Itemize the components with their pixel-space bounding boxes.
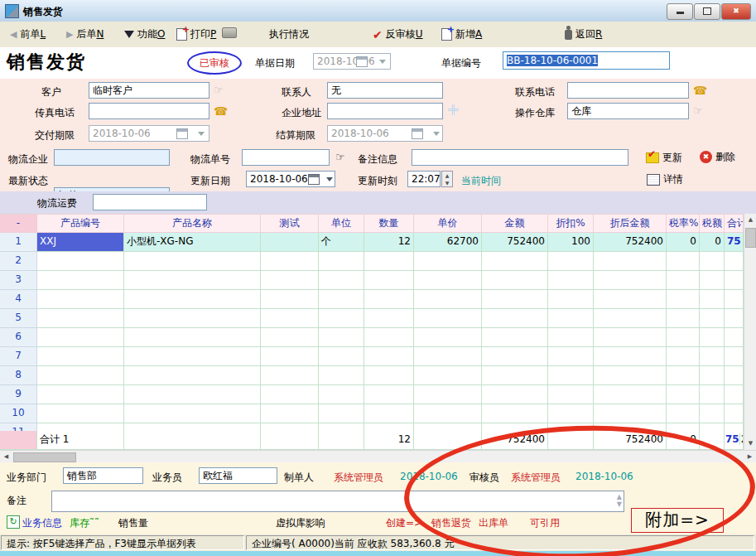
table-cell[interactable] xyxy=(319,347,364,366)
cell-tax[interactable]: 0 xyxy=(700,233,725,252)
prev-doc-button[interactable]: ◀ 前单L xyxy=(10,27,46,41)
table-cell[interactable] xyxy=(37,290,124,309)
row-number[interactable]: 1 xyxy=(0,233,37,252)
table-cell[interactable] xyxy=(37,271,124,290)
row-number[interactable]: 5 xyxy=(0,309,37,328)
update-time-field[interactable]: 22:07 xyxy=(407,171,441,187)
virtual-stock-link[interactable]: 虚拟库影响 xyxy=(276,516,325,530)
salesman-field[interactable]: 欧红福 xyxy=(199,467,277,484)
table-cell[interactable] xyxy=(594,404,667,423)
table-cell[interactable] xyxy=(667,385,700,404)
table-cell[interactable] xyxy=(261,252,319,271)
cell-unit[interactable]: 个 xyxy=(319,233,364,252)
table-cell[interactable] xyxy=(319,423,364,431)
table-cell[interactable] xyxy=(594,423,667,431)
contact-phone-field[interactable] xyxy=(567,82,689,99)
table-cell[interactable] xyxy=(700,404,725,423)
cell-price[interactable]: 62700 xyxy=(414,233,482,252)
refresh-icon[interactable]: ↻ xyxy=(7,515,20,529)
table-cell[interactable] xyxy=(261,328,319,347)
table-cell[interactable] xyxy=(725,328,744,347)
cell-qty[interactable]: 12 xyxy=(364,233,414,252)
scroll-up-button[interactable]: ▲ xyxy=(744,214,756,226)
table-cell[interactable] xyxy=(700,290,725,309)
table-cell[interactable] xyxy=(124,366,261,385)
settle-deadline-field[interactable]: 2018-10-06 xyxy=(327,125,443,142)
table-cell[interactable] xyxy=(319,366,364,385)
table-cell[interactable] xyxy=(37,404,124,423)
attach-button[interactable]: 附加=> xyxy=(631,508,724,533)
table-cell[interactable] xyxy=(594,309,667,328)
table-cell[interactable] xyxy=(124,252,261,271)
sales-return-link[interactable]: 销售退货 xyxy=(431,516,471,530)
update-date-field[interactable]: 2018-10-06 xyxy=(246,171,335,187)
table-cell[interactable] xyxy=(261,309,319,328)
remark-field[interactable]: ▲▼ xyxy=(51,491,624,512)
table-cell[interactable] xyxy=(319,404,364,423)
row-number[interactable]: 4 xyxy=(0,290,37,309)
row-number[interactable]: 10 xyxy=(0,404,37,423)
table-cell[interactable] xyxy=(414,328,482,347)
row-number[interactable]: 6 xyxy=(0,328,37,347)
table-cell[interactable] xyxy=(548,271,594,290)
table-cell[interactable] xyxy=(364,290,414,309)
table-cell[interactable] xyxy=(700,366,725,385)
hand-pointer-icon[interactable]: ☞ xyxy=(335,151,345,163)
table-cell[interactable] xyxy=(548,347,594,366)
table-cell[interactable] xyxy=(37,347,124,366)
table-cell[interactable] xyxy=(482,309,548,328)
vertical-scrollbar[interactable]: ▲ ▼ xyxy=(744,214,756,450)
table-cell[interactable] xyxy=(364,423,414,431)
table-cell[interactable] xyxy=(364,252,414,271)
table-cell[interactable] xyxy=(319,252,364,271)
cell-test[interactable] xyxy=(261,233,319,252)
table-cell[interactable] xyxy=(261,385,319,404)
table-cell[interactable] xyxy=(37,366,124,385)
table-cell[interactable] xyxy=(482,252,548,271)
table-cell[interactable] xyxy=(124,328,261,347)
sales-qty-link[interactable]: 销售量 xyxy=(118,516,148,530)
table-cell[interactable] xyxy=(124,385,261,404)
table-cell[interactable] xyxy=(548,423,594,431)
return-button[interactable]: 返回R xyxy=(565,27,602,41)
table-cell[interactable] xyxy=(594,385,667,404)
scroll-left-button[interactable]: ◀ xyxy=(0,451,12,463)
table-cell[interactable] xyxy=(594,347,667,366)
table-cell[interactable] xyxy=(319,385,364,404)
table-cell[interactable] xyxy=(548,404,594,423)
table-cell[interactable] xyxy=(414,404,482,423)
spin-up-icon[interactable]: ▲ xyxy=(445,172,450,178)
cell-product-code[interactable]: XXJ xyxy=(37,233,124,252)
table-cell[interactable] xyxy=(725,404,744,423)
doc-no-field[interactable]: BB-18-10-06-0001 xyxy=(503,51,670,70)
row-number[interactable]: 8 xyxy=(0,366,37,385)
phone-icon[interactable]: ☎ xyxy=(214,104,228,118)
business-info-link[interactable]: 业务信息 xyxy=(22,516,62,530)
table-cell[interactable] xyxy=(548,366,594,385)
table-cell[interactable] xyxy=(667,404,700,423)
table-cell[interactable] xyxy=(124,309,261,328)
table-cell[interactable] xyxy=(700,309,725,328)
table-cell[interactable] xyxy=(700,328,725,347)
table-cell[interactable] xyxy=(548,252,594,271)
table-cell[interactable] xyxy=(124,290,261,309)
referable-link[interactable]: 可引用 xyxy=(530,516,560,530)
table-cell[interactable] xyxy=(364,328,414,347)
hand-pointer-icon[interactable]: ☞ xyxy=(693,104,703,117)
cell-tax-rate[interactable]: 0 xyxy=(667,233,700,252)
restore-button[interactable] xyxy=(694,3,720,20)
phone-icon[interactable]: ☎ xyxy=(693,84,707,97)
table-cell[interactable] xyxy=(261,423,319,431)
delivery-deadline-field[interactable]: 2018-10-06 xyxy=(89,125,209,142)
remark-spinner[interactable]: ▲▼ xyxy=(617,493,622,508)
table-cell[interactable] xyxy=(124,271,261,290)
table-cell[interactable] xyxy=(667,271,700,290)
table-cell[interactable] xyxy=(700,271,725,290)
freight-field[interactable] xyxy=(93,194,207,210)
time-spinner[interactable]: ▲▼ xyxy=(441,171,453,187)
table-cell[interactable] xyxy=(364,385,414,404)
table-cell[interactable] xyxy=(667,423,700,431)
table-cell[interactable] xyxy=(482,385,548,404)
table-cell[interactable] xyxy=(364,271,414,290)
table-cell[interactable] xyxy=(124,404,261,423)
